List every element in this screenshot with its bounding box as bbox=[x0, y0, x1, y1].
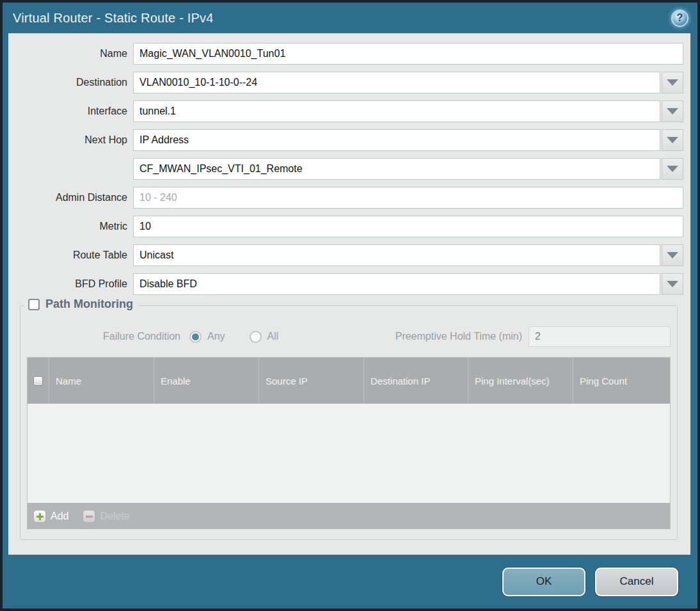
next-hop-value-row bbox=[8, 158, 683, 180]
bfd-profile-row: BFD Profile bbox=[8, 273, 683, 295]
preemptive-hold-time-label: Preemptive Hold Time (min) bbox=[395, 331, 529, 342]
chevron-down-icon bbox=[667, 281, 678, 287]
column-header-enable: Enable bbox=[154, 358, 259, 404]
name-input[interactable] bbox=[133, 43, 683, 65]
table-body-empty bbox=[28, 404, 670, 503]
interface-label: Interface bbox=[8, 106, 133, 117]
column-header-ping-count: Ping Count bbox=[573, 358, 670, 404]
preemptive-hold-time-input[interactable] bbox=[529, 326, 671, 347]
destination-row: Destination bbox=[8, 72, 683, 93]
ok-button[interactable]: OK bbox=[502, 567, 585, 596]
help-glyph: ? bbox=[677, 12, 683, 24]
delete-button-label: Delete bbox=[100, 511, 129, 522]
admin-distance-label: Admin Distance bbox=[8, 192, 133, 203]
route-table-row: Route Table bbox=[8, 244, 683, 266]
interface-input[interactable] bbox=[133, 100, 660, 122]
chevron-down-icon bbox=[667, 108, 678, 115]
route-table-combo bbox=[133, 244, 683, 266]
bfd-profile-combo bbox=[133, 273, 683, 295]
chevron-down-icon bbox=[667, 252, 678, 258]
failure-condition-all-label: All bbox=[267, 331, 279, 342]
name-row: Name bbox=[8, 43, 683, 65]
chevron-down-icon bbox=[667, 79, 678, 86]
delete-button[interactable]: Delete bbox=[83, 510, 129, 523]
metric-input[interactable] bbox=[133, 216, 683, 237]
dialog-titlebar: Virtual Router - Static Route - IPv4 ? bbox=[3, 3, 697, 33]
failure-condition-label: Failure Condition bbox=[27, 331, 187, 342]
interface-dropdown-button[interactable] bbox=[662, 100, 683, 122]
path-monitoring-checkbox[interactable] bbox=[28, 299, 40, 310]
dialog-footer: OK Cancel bbox=[3, 555, 697, 608]
admin-distance-row: Admin Distance bbox=[8, 187, 683, 209]
route-table-input[interactable] bbox=[133, 244, 660, 266]
select-all-checkbox[interactable] bbox=[33, 376, 43, 386]
destination-input[interactable] bbox=[133, 72, 660, 93]
next-hop-value-input[interactable] bbox=[133, 158, 660, 180]
next-hop-type-combo bbox=[133, 129, 683, 151]
next-hop-row: Next Hop bbox=[8, 129, 683, 151]
dialog-content: Name Destination Interface Next Hop bbox=[8, 33, 690, 555]
add-plus-icon bbox=[33, 510, 46, 523]
failure-condition-any-radio[interactable] bbox=[189, 331, 202, 343]
next-hop-value-combo bbox=[133, 158, 683, 180]
chevron-down-icon bbox=[667, 137, 678, 143]
destination-combo bbox=[133, 72, 683, 93]
interface-combo bbox=[133, 100, 683, 122]
column-header-name: Name bbox=[49, 358, 154, 404]
next-hop-value-dropdown-button[interactable] bbox=[662, 158, 683, 180]
destination-label: Destination bbox=[8, 77, 133, 88]
bfd-profile-input[interactable] bbox=[133, 273, 660, 295]
help-icon[interactable]: ? bbox=[671, 10, 688, 27]
failure-condition-row: Failure Condition Any All Preemptive Hol… bbox=[27, 326, 671, 347]
path-monitoring-table: Name Enable Source IP Destination IP Pin… bbox=[27, 357, 671, 529]
name-label: Name bbox=[8, 48, 133, 60]
next-hop-label: Next Hop bbox=[8, 134, 133, 146]
select-all-header-cell bbox=[28, 358, 49, 404]
dialog-title: Virtual Router - Static Route - IPv4 bbox=[13, 11, 214, 26]
failure-condition-all-radio[interactable] bbox=[250, 331, 262, 343]
next-hop-type-dropdown-button[interactable] bbox=[662, 129, 683, 151]
delete-minus-icon bbox=[83, 510, 95, 523]
add-button[interactable]: Add bbox=[33, 510, 68, 523]
table-header-row: Name Enable Source IP Destination IP Pin… bbox=[28, 358, 670, 404]
chevron-down-icon bbox=[667, 166, 678, 172]
path-monitoring-title: Path Monitoring bbox=[45, 298, 133, 311]
destination-dropdown-button[interactable] bbox=[662, 72, 683, 93]
static-route-dialog: Virtual Router - Static Route - IPv4 ? N… bbox=[0, 0, 700, 611]
metric-label: Metric bbox=[8, 221, 133, 232]
cancel-button[interactable]: Cancel bbox=[595, 567, 678, 596]
column-header-destination-ip: Destination IP bbox=[364, 358, 468, 404]
table-footer-bar: Add Delete bbox=[28, 503, 670, 529]
column-header-ping-interval: Ping Interval(sec) bbox=[468, 358, 573, 404]
failure-condition-any-label: Any bbox=[207, 331, 225, 342]
column-header-source-ip: Source IP bbox=[259, 358, 364, 404]
path-monitoring-section: Path Monitoring Failure Condition Any Al… bbox=[20, 305, 678, 540]
bfd-profile-dropdown-button[interactable] bbox=[662, 273, 683, 295]
interface-row: Interface bbox=[8, 100, 683, 122]
route-table-label: Route Table bbox=[8, 250, 133, 261]
bfd-profile-label: BFD Profile bbox=[8, 278, 133, 290]
route-table-dropdown-button[interactable] bbox=[662, 244, 683, 266]
path-monitoring-legend: Path Monitoring bbox=[24, 298, 138, 311]
admin-distance-input[interactable] bbox=[133, 187, 683, 209]
metric-row: Metric bbox=[8, 216, 683, 237]
add-button-label: Add bbox=[51, 511, 68, 522]
next-hop-type-input[interactable] bbox=[133, 129, 660, 151]
